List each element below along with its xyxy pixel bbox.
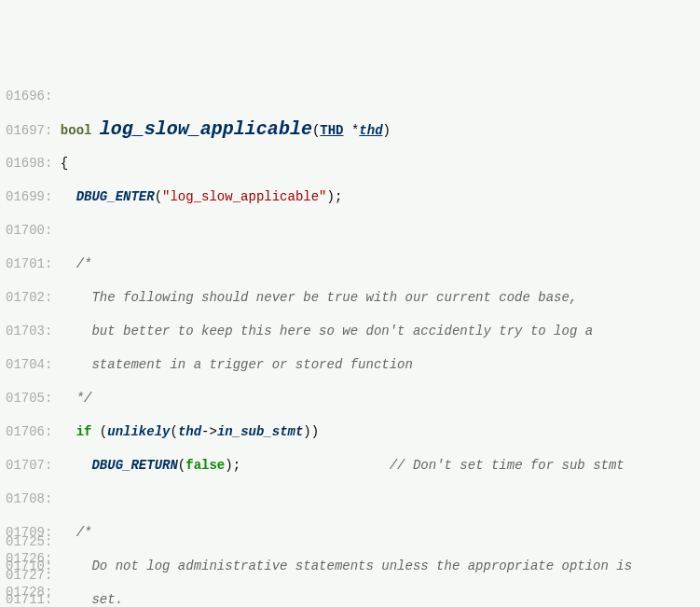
line-number: 01703: [6, 324, 52, 338]
line-number: 01706: [6, 424, 52, 439]
comment-inline: // Don't set time for sub stmt [390, 458, 625, 473]
line-number: 01702: [6, 290, 52, 305]
comment-text: The following should never be true with … [61, 290, 578, 305]
comment-start: /* [76, 525, 92, 540]
var-thd[interactable]: thd [178, 424, 201, 439]
line-number: 01708: [6, 491, 52, 506]
keyword-if: if [76, 424, 92, 439]
code-block: 01696: 01697: bool log_slow_applicable(T… [6, 71, 694, 607]
line-number: 01705: [6, 391, 52, 406]
string-literal: "log_slow_applicable" [162, 189, 326, 204]
line-number: 01698: [6, 156, 52, 171]
macro-DBUG_ENTER[interactable]: DBUG_ENTER [76, 189, 155, 204]
comment-end: */ [61, 391, 92, 406]
line-number: 01697: [6, 123, 52, 138]
comment-text: set. [61, 592, 123, 607]
keyword-bool: bool [61, 123, 92, 138]
field-in_sub_stmt[interactable]: in_sub_stmt [217, 424, 303, 439]
comment-text: Do not log administrative statements unl… [61, 559, 632, 573]
fn-unlikely[interactable]: unlikely [107, 424, 170, 439]
line-number: 01696: [6, 89, 52, 103]
function-name[interactable]: log_slow_applicable [100, 118, 312, 140]
type-THD[interactable]: THD [320, 123, 343, 138]
macro-DBUG_RETURN[interactable]: DBUG_RETURN [91, 458, 177, 473]
comment-start: /* [76, 256, 92, 271]
comment-text: statement in a trigger or stored functio… [61, 357, 413, 372]
line-number: 01701: [6, 256, 52, 271]
comment-text: but better to keep this here so we don't… [61, 324, 593, 338]
keyword-false: false [185, 458, 225, 473]
line-number-overlay: 01725: 01726: 01727: 01728: [6, 533, 52, 600]
brace: { [61, 156, 68, 171]
line-number: 01700: [6, 223, 52, 238]
line-number: 01699: [6, 189, 52, 204]
param-thd[interactable]: thd [359, 123, 382, 138]
line-number: 01704: [6, 357, 52, 372]
line-number: 01707: [6, 458, 52, 473]
